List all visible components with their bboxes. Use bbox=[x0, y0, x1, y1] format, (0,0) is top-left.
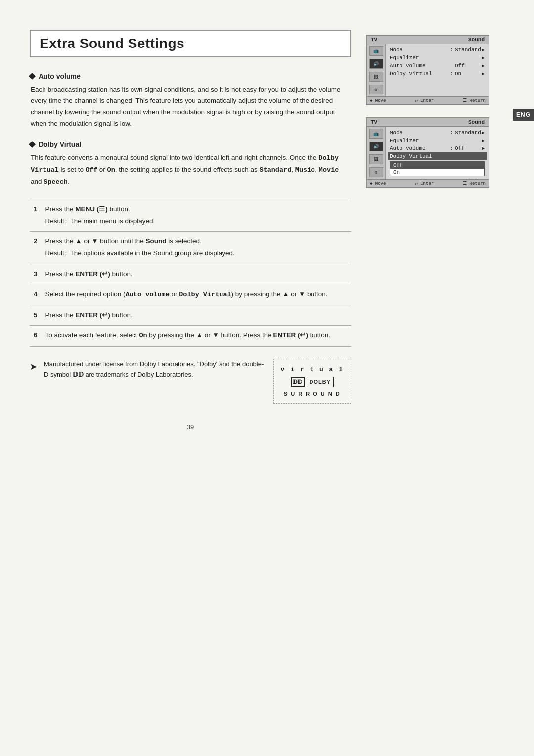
dropdown-on: On bbox=[390, 169, 484, 176]
result-label-1: Result: bbox=[45, 216, 67, 227]
page-title: Extra Sound Settings bbox=[30, 30, 351, 57]
step-5-text: Press the ENTER (↵) button. bbox=[45, 310, 347, 321]
auto-volume-inline2: Auto volume bbox=[126, 291, 170, 298]
step-5-row: 5 Press the ENTER (↵) button. bbox=[30, 305, 351, 326]
steps-table: 1 Press the MENU (☰) button. Result: The… bbox=[30, 199, 351, 347]
screenshot-2-row-mode: Mode : Standard ▶ bbox=[390, 129, 485, 137]
screenshot-1-body: 📺 🔊 🖼 ⚙ Mode : Standard ▶ Equalizer bbox=[367, 44, 489, 96]
menu-icon-inline: ☰ bbox=[99, 205, 105, 213]
step-2-row: 2 Press the ▲ or ▼ button until the Soun… bbox=[30, 232, 351, 264]
right-column: ENG TV Sound 📺 🔊 🖼 ⚙ Mode : Standar bbox=[366, 30, 504, 726]
diamond-icon bbox=[29, 73, 36, 80]
screenshot-2-row-equalizer: Equalizer ▶ bbox=[390, 137, 485, 144]
step-3-number: 3 bbox=[30, 264, 42, 284]
screenshot-1-row-equalizer: Equalizer ▶ bbox=[390, 54, 485, 62]
footer-enter-1: ↵ Enter bbox=[415, 98, 434, 103]
screenshot-2-dropdown: Off On bbox=[390, 161, 485, 176]
screenshot-1-row-mode: Mode : Standard ▶ bbox=[390, 46, 485, 54]
step-3-content: Press the ENTER (↵) button. bbox=[42, 264, 351, 284]
movie-inline: Movie bbox=[319, 166, 339, 174]
step-4-number: 4 bbox=[30, 284, 42, 305]
auto-volume-section: Auto volume Each broadcasting station ha… bbox=[30, 72, 351, 130]
dolby-brand: DOLBY bbox=[307, 377, 334, 387]
tv-icon-sound-2: 🔊 bbox=[369, 142, 383, 151]
result-text-1: The main menu is displayed. bbox=[70, 216, 155, 227]
step-4-text: Select the required option (Auto volume … bbox=[45, 289, 347, 300]
page-number: 39 bbox=[30, 424, 351, 431]
step-2-number: 2 bbox=[30, 232, 42, 264]
step-6-text: To activate each feature, select On by p… bbox=[45, 330, 347, 341]
eng-badge: ENG bbox=[513, 109, 534, 121]
page-container: Extra Sound Settings Auto volume Each br… bbox=[0, 0, 534, 756]
menu-bold: MENU ( bbox=[75, 205, 99, 213]
dolby-logo-inner: 𝔻𝔻 DOLBY bbox=[281, 377, 344, 387]
result-text-2: The options available in the Sound group… bbox=[70, 248, 235, 259]
dolby-virtual-inline: Dolby Virtual bbox=[31, 154, 339, 174]
footer-return-1: ☰ Return bbox=[463, 98, 486, 103]
screenshot-2-row-dolby: Dolby Virtual bbox=[388, 152, 487, 160]
step-2-result: Result: The options available in the Sou… bbox=[45, 248, 347, 259]
screenshot-2-topbar: TV Sound bbox=[367, 118, 489, 127]
arrow-icon: ➤ bbox=[30, 360, 37, 375]
screenshot-2-row-autovolume: Auto volume : Off ▶ bbox=[390, 144, 485, 152]
dolby-logo-box: v i r t u a l 𝔻𝔻 DOLBY S U R R O U N D bbox=[273, 359, 351, 404]
diamond-icon-2 bbox=[29, 141, 36, 148]
footer-return-2: ☰ Return bbox=[463, 181, 486, 186]
left-column: Extra Sound Settings Auto volume Each br… bbox=[30, 30, 351, 726]
step-1-number: 1 bbox=[30, 199, 42, 232]
step-5-content: Press the ENTER (↵) button. bbox=[42, 305, 351, 326]
result-label-2: Result: bbox=[45, 248, 67, 259]
auto-volume-body: Each broadcasting station has its own si… bbox=[30, 84, 351, 130]
dolby-virtual-section: Dolby Virtual This feature converts a mo… bbox=[30, 141, 351, 188]
step-4-row: 4 Select the required option (Auto volum… bbox=[30, 284, 351, 305]
screenshot-2-body: 📺 🔊 🖼 ⚙ Mode : Standard ▶ Equalizer bbox=[367, 127, 489, 179]
speech-inline: Speech bbox=[44, 178, 68, 186]
standard-inline: Standard bbox=[259, 166, 291, 174]
step-2-text: Press the ▲ or ▼ button until the Sound … bbox=[45, 236, 347, 247]
tv-icon-picture: 🖼 bbox=[369, 72, 383, 82]
tv-label-2: TV bbox=[371, 119, 377, 125]
sound-label-2: Sound bbox=[468, 119, 485, 125]
footer-move-2: ◆ Move bbox=[370, 181, 386, 186]
step-1-row: 1 Press the MENU (☰) button. Result: The… bbox=[30, 199, 351, 232]
on-inline: On bbox=[107, 166, 115, 174]
screenshot-1-row-autovolume: Auto volume Off ▶ bbox=[390, 62, 485, 70]
tv-icon-antenna: 📺 bbox=[369, 46, 383, 56]
tv-icon-antenna-2: 📺 bbox=[369, 129, 383, 139]
screenshot-2-sidebar: 📺 🔊 🖼 ⚙ bbox=[367, 127, 386, 179]
screenshot-1-sidebar: 📺 🔊 🖼 ⚙ bbox=[367, 44, 386, 96]
step-5-number: 5 bbox=[30, 305, 42, 326]
tv-icon-sound: 🔊 bbox=[369, 59, 383, 69]
on-inline2: On bbox=[139, 332, 147, 339]
footer-move-1: ◆ Move bbox=[370, 98, 386, 103]
step-6-number: 6 bbox=[30, 326, 42, 346]
dd-symbol-inline: 𝔻𝔻 bbox=[73, 371, 84, 378]
dolby-virtual-inline2: Dolby Virtual bbox=[179, 291, 231, 298]
step-6-row: 6 To activate each feature, select On by… bbox=[30, 326, 351, 346]
step-4-content: Select the required option (Auto volume … bbox=[42, 284, 351, 305]
screenshot-2-footer: ◆ Move ↵ Enter ☰ Return bbox=[367, 179, 489, 187]
step-1-text: Press the MENU (☰) button. bbox=[45, 204, 347, 215]
tv-icon-settings-2: ⚙ bbox=[369, 167, 383, 177]
step-1-result: Result: The main menu is displayed. bbox=[45, 216, 347, 227]
tv-label-1: TV bbox=[371, 37, 377, 43]
step-3-text: Press the ENTER (↵) button. bbox=[45, 269, 347, 280]
dolby-virtual-body: This feature converts a monaural sound s… bbox=[30, 152, 351, 188]
sound-label-1: Sound bbox=[468, 37, 485, 43]
sound-bold: Sound bbox=[146, 237, 167, 245]
screenshot-1: TV Sound 📺 🔊 🖼 ⚙ Mode : Standard ▶ bbox=[366, 35, 490, 105]
dolby-virtual-heading: Dolby Virtual bbox=[30, 141, 351, 148]
enter-bold-6: ENTER (↵) bbox=[273, 331, 308, 339]
screenshot-1-content: Mode : Standard ▶ Equalizer ▶ Auto volum… bbox=[386, 44, 489, 96]
tv-icon-settings: ⚙ bbox=[369, 85, 383, 94]
step-1-content: Press the MENU (☰) button. Result: The m… bbox=[42, 199, 351, 232]
step-3-row: 3 Press the ENTER (↵) button. bbox=[30, 264, 351, 284]
screenshot-1-row-dolby: Dolby Virtual : On ▶ bbox=[390, 70, 485, 78]
dolby-note-text: Manufactured under license from Dolby La… bbox=[44, 359, 267, 380]
dolby-note: ➤ Manufactured under license from Dolby … bbox=[30, 359, 351, 404]
dolby-surround-text: S U R R O U N D bbox=[281, 389, 344, 398]
dolby-dd-box: 𝔻𝔻 bbox=[291, 377, 305, 387]
step-2-content: Press the ▲ or ▼ button until the Sound … bbox=[42, 232, 351, 264]
off-inline: Off bbox=[86, 166, 97, 174]
step-6-content: To activate each feature, select On by p… bbox=[42, 326, 351, 346]
